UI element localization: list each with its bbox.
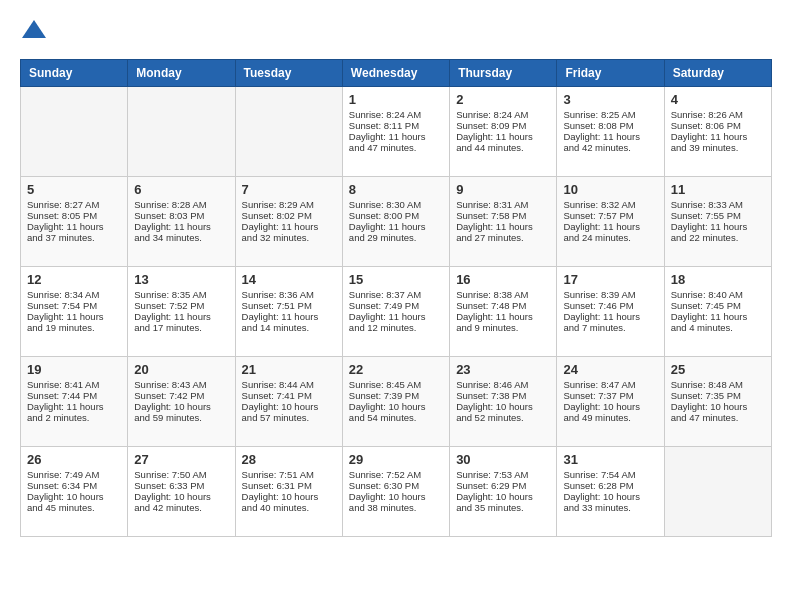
sunrise-text: Sunrise: 8:26 AM — [671, 109, 743, 120]
daylight-text: Daylight: 10 hours and 42 minutes. — [134, 491, 211, 513]
daylight-text: Daylight: 10 hours and 40 minutes. — [242, 491, 319, 513]
calendar-week-2: 5Sunrise: 8:27 AMSunset: 8:05 PMDaylight… — [21, 177, 772, 267]
sunset-text: Sunset: 8:11 PM — [349, 120, 419, 131]
day-number: 5 — [27, 182, 121, 197]
sunset-text: Sunset: 7:44 PM — [27, 390, 97, 401]
weekday-header-friday: Friday — [557, 60, 664, 87]
sunset-text: Sunset: 7:35 PM — [671, 390, 741, 401]
sunrise-text: Sunrise: 8:29 AM — [242, 199, 314, 210]
day-number: 9 — [456, 182, 550, 197]
sunset-text: Sunset: 7:41 PM — [242, 390, 312, 401]
svg-marker-0 — [22, 20, 46, 38]
daylight-text: Daylight: 11 hours and 32 minutes. — [242, 221, 319, 243]
calendar-table: SundayMondayTuesdayWednesdayThursdayFrid… — [20, 59, 772, 537]
sunset-text: Sunset: 7:58 PM — [456, 210, 526, 221]
sunrise-text: Sunrise: 8:25 AM — [563, 109, 635, 120]
day-number: 17 — [563, 272, 657, 287]
daylight-text: Daylight: 11 hours and 39 minutes. — [671, 131, 748, 153]
daylight-text: Daylight: 11 hours and 14 minutes. — [242, 311, 319, 333]
calendar-cell-4-6: 24Sunrise: 8:47 AMSunset: 7:37 PMDayligh… — [557, 357, 664, 447]
day-number: 26 — [27, 452, 121, 467]
day-number: 3 — [563, 92, 657, 107]
sunrise-text: Sunrise: 8:30 AM — [349, 199, 421, 210]
day-number: 10 — [563, 182, 657, 197]
sunset-text: Sunset: 6:33 PM — [134, 480, 204, 491]
sunrise-text: Sunrise: 8:39 AM — [563, 289, 635, 300]
sunrise-text: Sunrise: 8:37 AM — [349, 289, 421, 300]
sunset-text: Sunset: 7:48 PM — [456, 300, 526, 311]
day-number: 16 — [456, 272, 550, 287]
calendar-cell-3-7: 18Sunrise: 8:40 AMSunset: 7:45 PMDayligh… — [664, 267, 771, 357]
calendar-cell-5-1: 26Sunrise: 7:49 AMSunset: 6:34 PMDayligh… — [21, 447, 128, 537]
sunset-text: Sunset: 8:06 PM — [671, 120, 741, 131]
sunset-text: Sunset: 7:46 PM — [563, 300, 633, 311]
sunrise-text: Sunrise: 8:46 AM — [456, 379, 528, 390]
logo — [20, 20, 46, 43]
calendar-body: 1Sunrise: 8:24 AMSunset: 8:11 PMDaylight… — [21, 87, 772, 537]
sunrise-text: Sunrise: 8:28 AM — [134, 199, 206, 210]
calendar-cell-1-2 — [128, 87, 235, 177]
day-number: 12 — [27, 272, 121, 287]
sunrise-text: Sunrise: 8:44 AM — [242, 379, 314, 390]
calendar-cell-1-7: 4Sunrise: 8:26 AMSunset: 8:06 PMDaylight… — [664, 87, 771, 177]
daylight-text: Daylight: 11 hours and 9 minutes. — [456, 311, 533, 333]
sunrise-text: Sunrise: 7:51 AM — [242, 469, 314, 480]
weekday-header-thursday: Thursday — [450, 60, 557, 87]
sunset-text: Sunset: 7:45 PM — [671, 300, 741, 311]
sunset-text: Sunset: 8:09 PM — [456, 120, 526, 131]
calendar-header: SundayMondayTuesdayWednesdayThursdayFrid… — [21, 60, 772, 87]
sunset-text: Sunset: 7:54 PM — [27, 300, 97, 311]
daylight-text: Daylight: 10 hours and 45 minutes. — [27, 491, 104, 513]
calendar-cell-3-5: 16Sunrise: 8:38 AMSunset: 7:48 PMDayligh… — [450, 267, 557, 357]
sunset-text: Sunset: 6:34 PM — [27, 480, 97, 491]
day-number: 23 — [456, 362, 550, 377]
sunset-text: Sunset: 6:31 PM — [242, 480, 312, 491]
weekday-header-monday: Monday — [128, 60, 235, 87]
daylight-text: Daylight: 10 hours and 59 minutes. — [134, 401, 211, 423]
calendar-cell-5-7 — [664, 447, 771, 537]
calendar-cell-4-3: 21Sunrise: 8:44 AMSunset: 7:41 PMDayligh… — [235, 357, 342, 447]
day-number: 4 — [671, 92, 765, 107]
day-number: 8 — [349, 182, 443, 197]
calendar-cell-2-4: 8Sunrise: 8:30 AMSunset: 8:00 PMDaylight… — [342, 177, 449, 267]
day-number: 18 — [671, 272, 765, 287]
sunrise-text: Sunrise: 8:33 AM — [671, 199, 743, 210]
daylight-text: Daylight: 11 hours and 7 minutes. — [563, 311, 640, 333]
day-number: 27 — [134, 452, 228, 467]
calendar-cell-1-6: 3Sunrise: 8:25 AMSunset: 8:08 PMDaylight… — [557, 87, 664, 177]
sunset-text: Sunset: 8:00 PM — [349, 210, 419, 221]
calendar-cell-4-4: 22Sunrise: 8:45 AMSunset: 7:39 PMDayligh… — [342, 357, 449, 447]
daylight-text: Daylight: 11 hours and 42 minutes. — [563, 131, 640, 153]
daylight-text: Daylight: 11 hours and 22 minutes. — [671, 221, 748, 243]
calendar-cell-4-7: 25Sunrise: 8:48 AMSunset: 7:35 PMDayligh… — [664, 357, 771, 447]
calendar-cell-1-3 — [235, 87, 342, 177]
day-number: 1 — [349, 92, 443, 107]
calendar-cell-1-4: 1Sunrise: 8:24 AMSunset: 8:11 PMDaylight… — [342, 87, 449, 177]
daylight-text: Daylight: 11 hours and 44 minutes. — [456, 131, 533, 153]
sunset-text: Sunset: 7:39 PM — [349, 390, 419, 401]
daylight-text: Daylight: 10 hours and 33 minutes. — [563, 491, 640, 513]
daylight-text: Daylight: 10 hours and 35 minutes. — [456, 491, 533, 513]
day-number: 31 — [563, 452, 657, 467]
weekday-row: SundayMondayTuesdayWednesdayThursdayFrid… — [21, 60, 772, 87]
sunrise-text: Sunrise: 8:38 AM — [456, 289, 528, 300]
calendar-cell-5-4: 29Sunrise: 7:52 AMSunset: 6:30 PMDayligh… — [342, 447, 449, 537]
daylight-text: Daylight: 11 hours and 34 minutes. — [134, 221, 211, 243]
daylight-text: Daylight: 10 hours and 52 minutes. — [456, 401, 533, 423]
sunrise-text: Sunrise: 8:24 AM — [456, 109, 528, 120]
daylight-text: Daylight: 11 hours and 24 minutes. — [563, 221, 640, 243]
daylight-text: Daylight: 10 hours and 49 minutes. — [563, 401, 640, 423]
day-number: 28 — [242, 452, 336, 467]
sunrise-text: Sunrise: 8:40 AM — [671, 289, 743, 300]
sunset-text: Sunset: 7:55 PM — [671, 210, 741, 221]
weekday-header-wednesday: Wednesday — [342, 60, 449, 87]
day-number: 21 — [242, 362, 336, 377]
sunset-text: Sunset: 8:05 PM — [27, 210, 97, 221]
sunset-text: Sunset: 8:08 PM — [563, 120, 633, 131]
sunset-text: Sunset: 7:51 PM — [242, 300, 312, 311]
daylight-text: Daylight: 10 hours and 47 minutes. — [671, 401, 748, 423]
calendar-cell-3-1: 12Sunrise: 8:34 AMSunset: 7:54 PMDayligh… — [21, 267, 128, 357]
sunrise-text: Sunrise: 7:52 AM — [349, 469, 421, 480]
day-number: 13 — [134, 272, 228, 287]
sunset-text: Sunset: 7:57 PM — [563, 210, 633, 221]
